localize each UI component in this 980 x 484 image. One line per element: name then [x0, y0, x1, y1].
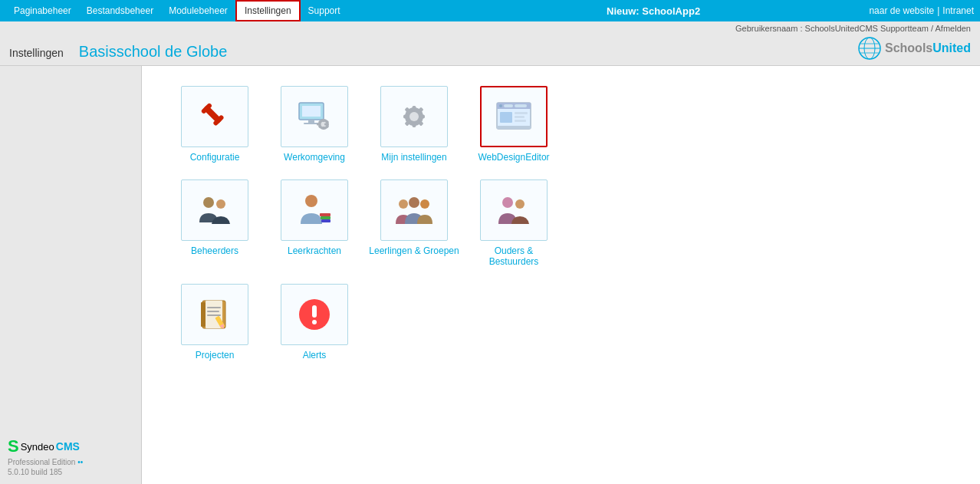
logo-united-text: United	[932, 41, 971, 54]
header-left: Instellingen Basisschool de Globe	[9, 43, 227, 61]
svg-rect-10	[308, 120, 314, 123]
nav-right: naar de website | Intranet	[869, 5, 974, 16]
schools-united-logo: SchoolsUnited	[857, 36, 971, 61]
svg-point-52	[502, 197, 513, 208]
icon-row-3: Projecten Alerts	[165, 279, 957, 365]
icon-box-leerkrachten	[281, 179, 348, 241]
svg-point-53	[515, 199, 525, 209]
nav-paginabeheer[interactable]: Paginabeheer	[6, 0, 79, 21]
icon-box-projecten	[181, 284, 248, 345]
cms-syndeo-text: Syndeo	[21, 441, 54, 453]
icon-box-webdesigneditor	[480, 86, 548, 147]
svg-rect-48	[321, 219, 331, 222]
svg-point-50	[409, 197, 419, 208]
ouders-icon	[494, 190, 534, 230]
svg-rect-25	[413, 122, 416, 127]
header-bar: Instellingen Basisschool de Globe Gebrui…	[0, 21, 980, 66]
icon-label-werkomgeving: Werkomgeving	[284, 152, 345, 163]
svg-rect-36	[504, 104, 513, 107]
svg-rect-37	[515, 104, 527, 107]
projecten-icon	[195, 295, 235, 334]
svg-point-23	[409, 112, 419, 121]
top-navigation: Paginabeheer Bestandsbeheer Modulebeheer…	[0, 0, 980, 21]
nav-support[interactable]: Support	[301, 0, 348, 21]
icon-label-beheerders: Beheerders	[191, 245, 238, 256]
nav-left: Paginabeheer Bestandsbeheer Modulebeheer…	[6, 0, 438, 21]
nav-intranet-link[interactable]: Intranet	[942, 5, 974, 16]
svg-rect-24	[413, 106, 416, 111]
cms-version-text: 5.0.10 build 185	[8, 468, 141, 476]
header-right: Gebruikersnaam : SchoolsUnitedCMS Suppor…	[735, 24, 971, 61]
icon-item-beheerders[interactable]: Beheerders	[165, 175, 265, 261]
icon-label-leerlingen-groepen: Leerlingen & Groepen	[369, 245, 459, 256]
icon-label-projecten: Projecten	[196, 350, 235, 361]
icon-item-ouders-bestuurders[interactable]: Ouders & Bestuurders	[464, 175, 564, 272]
icon-box-alerts	[281, 284, 348, 345]
icon-row-1: Configuratie	[165, 81, 957, 167]
svg-rect-15	[323, 127, 325, 130]
webdesign-icon	[494, 97, 534, 137]
svg-point-49	[399, 199, 408, 209]
icon-item-mijn-instellingen[interactable]: Mijn instellingen	[364, 81, 464, 167]
monitor-gear-icon	[294, 97, 334, 137]
leerlingen-icon	[394, 190, 434, 230]
icon-item-alerts[interactable]: Alerts	[265, 279, 364, 365]
content-area: Configuratie	[142, 66, 980, 484]
svg-rect-40	[515, 116, 525, 118]
svg-rect-59	[207, 314, 221, 316]
svg-rect-47	[321, 216, 331, 219]
logo-schools-text: Schools	[885, 41, 932, 54]
nav-bestandsbeheer[interactable]: Bestandsbeheer	[79, 0, 161, 21]
icon-item-configuratie[interactable]: Configuratie	[165, 81, 265, 167]
cms-suffix-text: CMS	[56, 440, 80, 453]
beheerders-icon	[195, 190, 235, 230]
icon-box-mijn-instellingen	[380, 86, 448, 147]
svg-point-35	[499, 104, 502, 107]
icon-label-leerkrachten: Leerkrachten	[288, 245, 341, 256]
settings-gear-icon	[394, 97, 434, 137]
svg-point-64	[312, 320, 317, 324]
icon-box-ouders-bestuurders	[480, 179, 548, 241]
svg-rect-16	[317, 123, 320, 126]
icon-item-leerkrachten[interactable]: Leerkrachten	[265, 175, 364, 261]
svg-rect-26	[403, 115, 409, 119]
svg-rect-58	[207, 311, 219, 312]
user-info: Gebruikersnaam : SchoolsUnitedCMS Suppor…	[735, 24, 971, 33]
icon-grid: Configuratie	[165, 81, 957, 365]
icon-box-werkomgeving	[281, 86, 348, 147]
svg-rect-41	[515, 120, 526, 122]
svg-rect-42	[497, 126, 531, 129]
svg-rect-57	[207, 307, 221, 308]
page-title: Instellingen	[9, 47, 64, 59]
icon-label-ouders-bestuurders: Ouders & Bestuurders	[469, 245, 559, 267]
svg-point-44	[216, 199, 225, 209]
nav-website-link[interactable]: naar de website	[869, 5, 934, 16]
icon-item-projecten[interactable]: Projecten	[165, 279, 265, 365]
icon-item-werkomgeving[interactable]: Werkomgeving	[265, 81, 364, 167]
nav-center-text: Nieuw: SchoolApp2	[438, 5, 870, 17]
leerkrachten-icon	[294, 190, 334, 230]
cms-edition-text: Professional Edition ••	[8, 458, 141, 466]
icon-item-leerlingen-groepen[interactable]: Leerlingen & Groepen	[364, 175, 464, 261]
svg-rect-38	[500, 112, 512, 123]
svg-point-43	[203, 197, 214, 208]
icon-box-leerlingen-groepen	[380, 179, 448, 241]
svg-point-51	[420, 199, 429, 209]
icon-label-configuratie: Configuratie	[190, 152, 240, 163]
school-name: Basisschool de Globe	[79, 43, 227, 61]
svg-rect-56	[201, 302, 206, 327]
svg-rect-39	[515, 112, 528, 114]
svg-rect-46	[320, 213, 331, 216]
cms-logo: S Syndeo CMS Professional Edition •• 5.0…	[8, 436, 141, 476]
nav-modulebeheer[interactable]: Modulebeheer	[161, 0, 235, 21]
icon-label-alerts: Alerts	[303, 350, 327, 361]
cms-s-letter: S	[8, 436, 19, 456]
svg-point-45	[305, 195, 317, 207]
nav-instellingen[interactable]: Instellingen	[235, 0, 301, 21]
svg-rect-27	[419, 115, 425, 119]
icon-box-configuratie	[181, 86, 248, 147]
alerts-icon	[294, 295, 334, 334]
svg-rect-63	[312, 305, 317, 318]
svg-rect-9	[302, 106, 321, 117]
icon-item-webdesigneditor[interactable]: WebDesignEditor	[464, 81, 564, 167]
